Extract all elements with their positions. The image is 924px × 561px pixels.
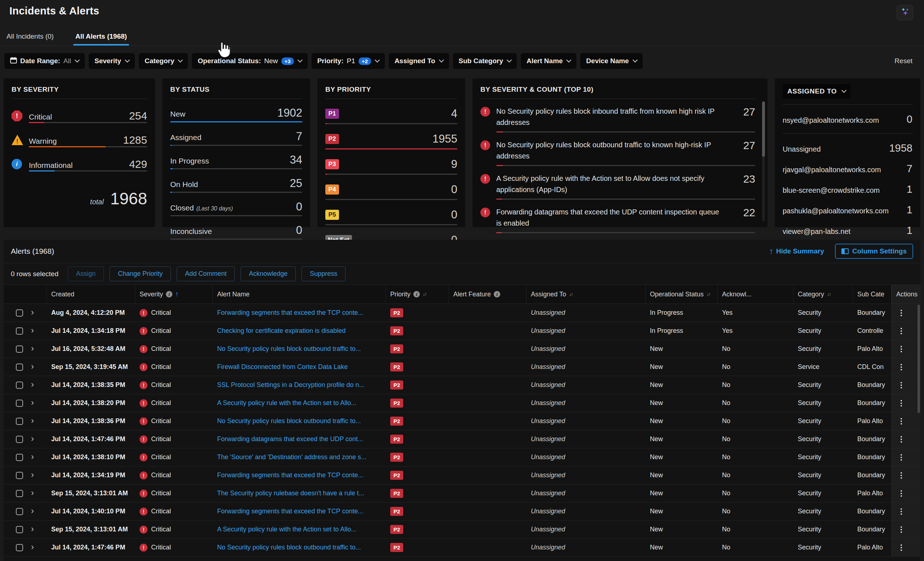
row-actions-menu[interactable]	[896, 436, 902, 442]
row-expand-icon[interactable]: ›	[31, 398, 34, 408]
column-header-alert_feature[interactable]: Alert Featurei	[449, 285, 526, 304]
row-checkbox[interactable]	[16, 364, 23, 371]
reset-filters-button[interactable]: Reset	[894, 57, 915, 65]
row-expand-icon[interactable]: ›	[31, 471, 34, 480]
table-scrollbar[interactable]	[918, 305, 920, 413]
row-checkbox[interactable]	[16, 490, 23, 497]
top-alert-stat[interactable]: !Forwarding datagrams that exceed the UD…	[480, 206, 755, 233]
row-actions-menu[interactable]	[896, 418, 902, 424]
filter-category[interactable]: Category	[139, 53, 188, 69]
row-actions-menu[interactable]	[896, 508, 902, 515]
tab-all-incidents[interactable]: All Incidents (0)	[4, 29, 56, 45]
assignee-stat[interactable]: nsyed@paloaltonetworks.com0	[783, 113, 912, 125]
column-header-sub_category[interactable]: Sub Cate	[853, 285, 891, 304]
row-checkbox[interactable]	[16, 472, 23, 479]
suppress-button[interactable]: Suppress	[302, 266, 345, 281]
filter-sub-category[interactable]: Sub Category	[453, 53, 517, 69]
filter-operational-status[interactable]: Operational Status:New+3	[192, 53, 307, 69]
row-expand-icon[interactable]: ›	[31, 507, 34, 517]
row-actions-menu[interactable]	[896, 526, 902, 533]
status-stat-on-hold[interactable]: On Hold25	[170, 177, 302, 193]
row-actions-menu[interactable]	[896, 490, 902, 497]
card-scrollbar[interactable]	[762, 101, 765, 221]
row-expand-icon[interactable]: ›	[31, 326, 34, 336]
column-header-acknowledged[interactable]: Acknowl...	[718, 285, 794, 304]
status-stat-inconclusive[interactable]: Inconclusive0	[170, 224, 302, 240]
row-checkbox[interactable]	[16, 400, 23, 407]
assignee-stat[interactable]: pashukla@paloaltonetworks.com1	[783, 204, 912, 216]
status-stat-new[interactable]: New1902	[170, 107, 302, 122]
status-stat-assigned[interactable]: Assigned7	[170, 130, 302, 146]
top-alert-stat[interactable]: !A Security policy rule with the Action …	[480, 173, 755, 200]
alert-name-link[interactable]: SSL Protocol Settings in a Decryption pr…	[217, 381, 364, 389]
row-expand-icon[interactable]: ›	[31, 344, 34, 354]
status-stat-closed[interactable]: Closed(Last 30 days)0	[170, 200, 302, 216]
row-checkbox[interactable]	[16, 328, 23, 335]
alert-name-link[interactable]: No Security policy rules block outbound …	[217, 417, 361, 425]
alert-name-link[interactable]: The 'Source' and 'Destination' address a…	[217, 453, 366, 461]
column-header-assigned_to[interactable]: Assigned To↓↑	[526, 285, 646, 304]
row-checkbox[interactable]	[16, 418, 23, 425]
row-checkbox[interactable]	[16, 309, 23, 317]
row-checkbox[interactable]	[16, 346, 23, 353]
alert-name-link[interactable]: Checking for certificate expiration is d…	[217, 327, 345, 335]
row-expand-icon[interactable]: ›	[31, 308, 34, 318]
assignee-stat[interactable]: blue-screen@crowdstrike.com1	[783, 183, 912, 195]
row-actions-menu[interactable]	[896, 544, 902, 551]
severity-stat-informational[interactable]: iInformational429	[12, 158, 147, 171]
row-actions-menu[interactable]	[896, 328, 902, 334]
row-actions-menu[interactable]	[896, 346, 902, 352]
ai-copilot-button[interactable]	[897, 5, 913, 20]
severity-stat-critical[interactable]: !Critical254	[12, 110, 147, 123]
column-header-operational_status[interactable]: Operational Status↓↑	[646, 285, 718, 304]
status-stat-in-progress[interactable]: In Progress34	[170, 153, 302, 169]
tab-all-alerts[interactable]: All Alerts (1968)	[73, 29, 129, 45]
change-priority-button[interactable]: Change Priority	[110, 266, 171, 281]
filter-priority[interactable]: Priority:P1+2	[312, 53, 385, 69]
priority-stat-p4[interactable]: P40	[325, 183, 457, 200]
hide-summary-button[interactable]: ↑ Hide Summary	[769, 247, 824, 256]
alert-name-link[interactable]: Forwarding segments that exceed the TCP …	[217, 309, 363, 317]
alert-name-link[interactable]: Firewall Disconnected from Cortex Data L…	[217, 363, 348, 371]
row-expand-icon[interactable]: ›	[31, 380, 34, 390]
alert-name-link[interactable]: A Security policy rule with the Action s…	[217, 526, 356, 533]
row-actions-menu[interactable]	[896, 454, 902, 461]
alert-name-link[interactable]: Forwarding segments that exceed the TCP …	[217, 471, 363, 479]
row-checkbox[interactable]	[16, 508, 23, 515]
alert-name-link[interactable]: No Security policy rules block outbound …	[217, 544, 361, 551]
alert-name-link[interactable]: The Security policy rulebase doesn't hav…	[217, 490, 364, 497]
row-checkbox[interactable]	[16, 544, 23, 551]
row-actions-menu[interactable]	[896, 400, 902, 406]
row-actions-menu[interactable]	[896, 472, 902, 479]
alert-name-link[interactable]: Forwarding datagrams that exceed the UDP…	[217, 435, 363, 443]
row-expand-icon[interactable]: ›	[31, 525, 34, 535]
priority-stat-p3[interactable]: P39	[325, 158, 457, 175]
assignee-stat[interactable]: Unassigned1958	[783, 142, 912, 154]
top-alert-stat[interactable]: !No Security policy rules block outbound…	[480, 139, 755, 166]
priority-stat-p1[interactable]: P14	[325, 107, 457, 124]
filter-severity[interactable]: Severity	[89, 53, 135, 69]
column-settings-button[interactable]: Column Settings	[835, 244, 913, 259]
column-header-priority[interactable]: Priorityi↓↑	[386, 285, 449, 304]
assignee-stat[interactable]: rjavgal@paloaltonetworks.com7	[783, 163, 912, 175]
column-header-created[interactable]: Created	[47, 285, 135, 304]
priority-stat-p2[interactable]: P21955	[325, 132, 457, 149]
row-actions-menu[interactable]	[896, 364, 902, 370]
filter-alert-name[interactable]: Alert Name	[521, 53, 576, 69]
column-header-actions[interactable]: Actionsi	[891, 285, 920, 304]
alert-name-link[interactable]: No Security policy rules block outbound …	[217, 345, 361, 353]
alert-name-link[interactable]: A Security policy rule with the Action s…	[217, 399, 356, 407]
column-header-category[interactable]: Category↓↑	[794, 285, 853, 304]
alert-name-link[interactable]: Forwarding segments that exceed the TCP …	[217, 508, 363, 515]
row-checkbox[interactable]	[16, 454, 23, 461]
column-header-alert_name[interactable]: Alert Name	[213, 285, 386, 304]
row-actions-menu[interactable]	[896, 382, 902, 388]
add-comment-button[interactable]: Add Comment	[177, 266, 235, 281]
filter-date-range[interactable]: Date Range:All	[4, 53, 85, 69]
row-expand-icon[interactable]: ›	[31, 362, 34, 372]
row-checkbox[interactable]	[16, 436, 23, 443]
row-checkbox[interactable]	[16, 526, 23, 533]
row-checkbox[interactable]	[16, 382, 23, 389]
filter-device-name[interactable]: Device Name	[580, 53, 642, 69]
assign-button[interactable]: Assign	[68, 266, 104, 281]
